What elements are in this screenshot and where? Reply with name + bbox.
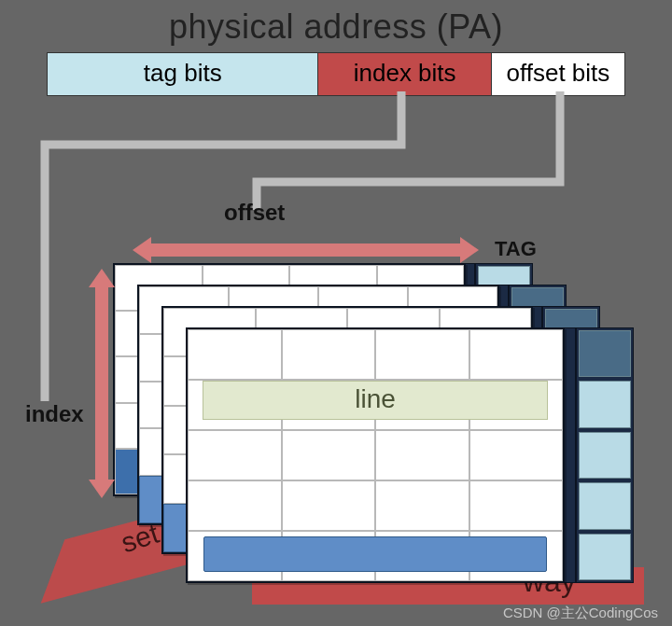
- tag-cell: [579, 381, 631, 427]
- watermark: CSDN @主公CodingCos: [503, 605, 658, 622]
- cache-cell: [375, 329, 469, 380]
- cache-cell: [188, 329, 282, 380]
- cache-cell: [469, 480, 564, 531]
- line-label: line: [355, 384, 396, 413]
- offset-label: offset: [224, 200, 285, 226]
- cache-cell: [282, 480, 376, 531]
- cache-line-highlight: line: [203, 381, 548, 420]
- cache-cell: [469, 430, 564, 480]
- cache-cell: [188, 430, 282, 480]
- cache-cell: [375, 480, 469, 531]
- offset-arrow: [149, 243, 462, 257]
- tag-cell: [579, 534, 631, 580]
- tag-cell: [579, 432, 631, 479]
- cache-cell: [282, 329, 376, 380]
- arrow-down-icon: [89, 480, 115, 498]
- cache-cell: [469, 329, 564, 380]
- cache-cell: [375, 430, 469, 480]
- arrow-up-icon: [89, 269, 115, 287]
- tag-cell: [579, 330, 631, 377]
- selected-set-row: [203, 536, 547, 572]
- tag-column-label: TAG: [495, 237, 537, 261]
- tag-column: [576, 327, 634, 583]
- arrow-left-icon: [133, 237, 151, 263]
- tag-cell: [579, 482, 631, 529]
- cache-cell: [282, 430, 376, 480]
- index-arrow: [95, 285, 108, 481]
- cache-cell: [188, 480, 282, 531]
- arrow-right-icon: [460, 237, 479, 263]
- index-label: index: [25, 401, 84, 427]
